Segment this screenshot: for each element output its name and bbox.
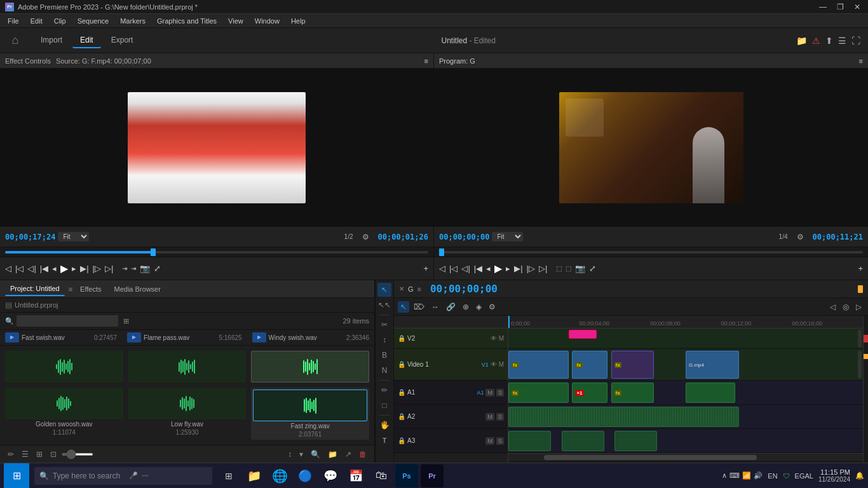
source-playhead-indicator[interactable] [151, 248, 156, 256]
browse-icon[interactable]: 📁 [796, 36, 807, 46]
a1-target-btn[interactable]: A1 [477, 390, 484, 396]
program-timeline-track[interactable] [439, 251, 863, 254]
list-item[interactable] [251, 351, 369, 383]
a3-solo-btn[interactable]: S [496, 437, 504, 445]
hand-tool-btn[interactable]: 🖐 [377, 418, 391, 432]
clear-btn[interactable]: ↗ [342, 449, 354, 460]
a2-lock-btn[interactable]: 🔒 [398, 413, 405, 420]
clip-a1-3[interactable]: fx [611, 383, 654, 403]
menu-sequence[interactable]: Sequence [72, 16, 114, 26]
text-tool-btn[interactable]: T [377, 433, 391, 447]
effect-controls-label[interactable]: Effect Controls [5, 57, 51, 65]
v2-mute-btn[interactable]: M [499, 335, 504, 342]
timeline-markers-btn[interactable]: ◈ [473, 301, 484, 313]
clip-a1-4[interactable] [686, 383, 735, 403]
timeline-sequence-name[interactable]: G [408, 285, 414, 293]
razor-tool-btn[interactable]: ✂ [377, 318, 391, 332]
source-menu-icon[interactable]: ≡ [424, 57, 428, 65]
list-item[interactable] [128, 351, 247, 383]
menu-view[interactable]: View [223, 16, 248, 26]
track-row-v1[interactable]: fx fx fx G.mp4 [508, 349, 863, 381]
new-item-btn[interactable]: 📁 [325, 449, 340, 460]
clip-a2-1[interactable] [508, 407, 739, 427]
list-view-btn[interactable]: ☰ [19, 449, 31, 460]
tab-import[interactable]: Import [33, 33, 70, 48]
notification-btn[interactable]: 🔔 [855, 471, 864, 480]
track-select-tool-btn[interactable]: ↖↖ [377, 298, 391, 312]
minimize-btn[interactable]: — [817, 3, 829, 11]
clip-v2-pink[interactable] [569, 330, 597, 339]
a1-mute-btn[interactable]: M [485, 389, 494, 396]
maximize-btn[interactable]: ❐ [834, 3, 846, 11]
prog-step-frame-fwd-btn[interactable]: ▸ [506, 264, 510, 273]
list-item[interactable]: Golden swoosh.wav 1:11074 [5, 388, 123, 440]
antivirus-icon[interactable]: 🛡 [783, 472, 790, 480]
pen-tool-btn[interactable]: ✏ [377, 383, 391, 397]
menu-help[interactable]: Help [286, 16, 311, 26]
prog-extra-btn[interactable]: ⤢ [589, 264, 596, 273]
source-extra-btn[interactable]: ⤢ [154, 264, 161, 273]
a1-solo-btn[interactable]: S [496, 389, 504, 396]
rect-tool-btn[interactable]: □ [377, 398, 391, 412]
tray-chevron[interactable]: ∧ [722, 471, 727, 480]
hamburger-icon[interactable]: ☰ [838, 36, 846, 46]
prog-go-to-in-btn[interactable]: |◀ [474, 264, 482, 273]
menu-file[interactable]: File [3, 16, 24, 26]
step-frame-back-btn[interactable]: ◂ [52, 264, 57, 273]
task-view-btn[interactable]: ⊞ [217, 464, 240, 487]
sort-options-btn[interactable]: ▾ [297, 449, 306, 460]
step-frame-fwd-btn[interactable]: ▸ [72, 264, 76, 273]
tab-export[interactable]: Export [104, 33, 141, 48]
prog-play-btn[interactable]: ▶ [494, 262, 502, 274]
source-wrench[interactable]: ⚙ [360, 231, 372, 243]
prog-trim-next-btn[interactable]: |▷ [527, 264, 535, 273]
rolling-edit-btn[interactable]: ↔ [429, 301, 442, 313]
icon-view-btn[interactable]: ⊞ [34, 449, 45, 460]
start-button[interactable]: ⊞ [4, 463, 29, 489]
new-bin-btn[interactable]: ✏ [5, 449, 17, 460]
clip-a3-2[interactable] [562, 431, 604, 451]
a2-solo-btn[interactable]: S [496, 413, 504, 421]
source-timeline-track[interactable] [5, 251, 428, 254]
menu-graphics-titles[interactable]: Graphics and Titles [152, 16, 222, 26]
timeline-scroll-right[interactable]: ▷ [853, 301, 864, 313]
rolling-tool-btn[interactable]: N [377, 363, 391, 377]
go-to-in-btn[interactable]: |◀ [40, 264, 48, 273]
add-marker-btn[interactable]: + [423, 264, 428, 273]
fast-swish-thumb[interactable] [5, 351, 123, 383]
v1-lock-btn[interactable]: 🔒 [398, 361, 405, 368]
clip-a1-2[interactable]: +1 [572, 383, 607, 403]
find-btn[interactable]: 🔍 [308, 449, 323, 460]
home-btn[interactable]: ⌂ [8, 33, 23, 48]
free-view-btn[interactable]: ⊡ [48, 449, 59, 460]
track-row-v2[interactable] [508, 329, 863, 349]
tab-project[interactable]: Project: Untitled [5, 282, 65, 296]
list-item[interactable]: Low fly.wav 1:25930 [128, 388, 247, 440]
insert-btn[interactable]: ⇥ [122, 265, 127, 272]
flame-pass-thumb[interactable] [128, 351, 247, 383]
tray-volume[interactable]: 🔊 [754, 471, 763, 480]
tab-effects[interactable]: Effects [75, 283, 106, 295]
sort-btn[interactable]: ↕ [285, 449, 294, 460]
prog-lift-btn[interactable]: ⬚ [556, 265, 562, 272]
timeline-settings-btn[interactable]: ⚙ [486, 301, 498, 313]
timeline-close-icon[interactable]: ✕ [399, 285, 404, 292]
share-icon[interactable]: ⬆ [825, 36, 833, 46]
tray-keyboard[interactable]: ⌨ [729, 471, 740, 480]
prog-trim-prev-btn[interactable]: ◁| [461, 264, 470, 273]
clip-v1-1[interactable]: fx [508, 351, 569, 379]
fast-zing-thumb[interactable] [253, 390, 367, 421]
track-row-a2[interactable] [508, 405, 863, 429]
timeline-scroll-thumb[interactable] [544, 455, 757, 460]
clip-v1-3[interactable]: fx [611, 351, 654, 379]
v1-eye-btn[interactable]: 👁 [491, 361, 497, 368]
program-fit-select[interactable]: Fit25%50% [492, 232, 523, 241]
delete-btn[interactable]: 🗑 [356, 449, 369, 460]
golden-swoosh-thumb[interactable] [5, 388, 123, 419]
store-btn[interactable]: 🛍 [370, 464, 393, 487]
photoshop-btn[interactable]: Ps [395, 464, 418, 487]
ripple-edit-btn[interactable]: ⌦ [411, 301, 427, 313]
prog-export-frame-btn[interactable]: 📷 [575, 264, 585, 273]
tab-edit[interactable]: Edit [72, 33, 101, 48]
source-timeline[interactable] [0, 247, 433, 257]
